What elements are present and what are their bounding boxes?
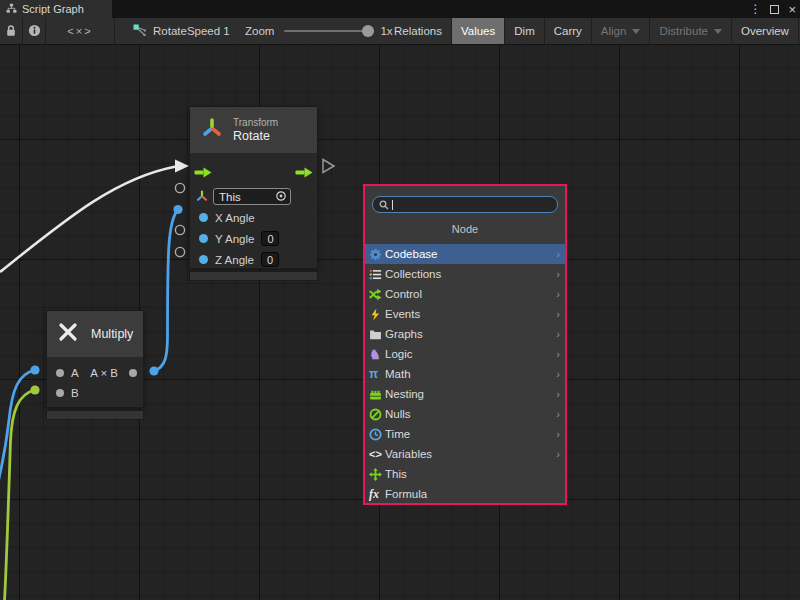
menu-item-collections[interactable]: Collections› [365, 264, 565, 284]
script-graph-icon [6, 3, 17, 16]
port-a[interactable] [56, 369, 64, 377]
menu-item-label: Logic [385, 348, 556, 360]
menu-item-label: Variables [385, 448, 556, 460]
menu-item-codebase[interactable]: Codebase› [365, 244, 565, 264]
toolbar-button-align: Align [592, 18, 651, 44]
zoom-slider-handle[interactable] [362, 25, 374, 37]
menu-item-events[interactable]: Events› [365, 304, 565, 324]
menu-item-time[interactable]: Time› [365, 424, 565, 444]
tab-script-graph[interactable]: Script Graph [0, 0, 112, 18]
menu-item-nesting[interactable]: Nesting› [365, 384, 565, 404]
folder-icon [369, 328, 385, 341]
a-label: A [71, 367, 79, 379]
unconnected-port-yangle[interactable] [175, 225, 184, 234]
toolbar-button-relations[interactable]: Relations [385, 18, 452, 44]
object-picker-icon[interactable] [275, 190, 287, 204]
multiply-a-row: A A × B [47, 363, 143, 383]
multiply-node-header[interactable]: Multiply [47, 311, 143, 357]
shuffle-icon [369, 288, 385, 301]
fx-icon: fx [369, 488, 385, 501]
list-icon [369, 268, 385, 281]
port-result[interactable] [129, 369, 137, 377]
unity-visual-scripting-window: Script Graph ⋮ × [0, 0, 800, 600]
wire-end-a[interactable] [30, 365, 39, 374]
menu-item-graphs[interactable]: Graphs› [365, 324, 565, 344]
menu-item-math[interactable]: πMath› [365, 364, 565, 384]
dropdown-arrow-icon [632, 29, 640, 34]
toolbar-button-carry[interactable]: Carry [545, 18, 592, 44]
chevron-right-icon: › [556, 348, 560, 360]
toolbar-button-label: Relations [394, 25, 442, 37]
unconnected-port-this[interactable] [175, 183, 184, 192]
z-angle-row: Z Angle 0 [190, 249, 317, 270]
rotate-node-header[interactable]: Transform Rotate [190, 107, 317, 153]
dropdown-arrow-icon [714, 29, 722, 34]
flow-output-arrow[interactable] [295, 164, 313, 182]
result-label: A × B [86, 367, 122, 379]
lock-button[interactable] [0, 18, 23, 44]
menu-item-variables[interactable]: <>Variables› [365, 444, 565, 464]
this-port-row: This [190, 186, 317, 207]
info-button[interactable] [23, 18, 46, 44]
search-field[interactable] [372, 196, 558, 213]
toolbar-button-label: Carry [554, 25, 582, 37]
graph-canvas[interactable]: Transform Rotate [0, 45, 800, 600]
menu-item-label: Formula [385, 488, 560, 500]
node-picker-popup: Node Codebase›Collections›Control›Events… [363, 184, 567, 505]
toolbar-button-overview[interactable]: Overview [732, 18, 799, 44]
menu-item-logic[interactable]: ♞Logic› [365, 344, 565, 364]
node-multiply[interactable]: Multiply A A × B B [46, 310, 144, 408]
menu-item-formula[interactable]: fxFormula [365, 484, 565, 504]
y-angle-input[interactable]: 0 [261, 231, 279, 246]
rotate-node-category: Transform [233, 117, 278, 129]
pi-icon: π [369, 368, 385, 381]
port-y-angle[interactable] [199, 234, 208, 243]
brackets-icon: <> [369, 448, 385, 461]
menu-item-label: Control [385, 288, 556, 300]
flow-output-triangle[interactable] [323, 160, 334, 173]
toolbar-button-label: Align [601, 25, 627, 37]
lightning-icon [369, 308, 385, 321]
breadcrumb[interactable]: RotateSpeed 1 [133, 18, 230, 44]
knight-icon: ♞ [369, 348, 385, 361]
zoom-slider[interactable] [284, 30, 374, 32]
chevron-right-icon: › [556, 408, 560, 420]
wire-end-b[interactable] [30, 385, 39, 394]
window-menu-icon[interactable]: ⋮ [749, 3, 761, 15]
toolbar-button-dim[interactable]: Dim [505, 18, 544, 44]
flow-row [190, 160, 317, 186]
wire-end-xangle[interactable] [173, 205, 182, 214]
node-transform-rotate[interactable]: Transform Rotate [189, 106, 318, 269]
z-angle-input[interactable]: 0 [261, 252, 279, 267]
maximize-icon[interactable] [770, 5, 779, 14]
code-toggle-button[interactable]: <×> [46, 18, 115, 44]
clock-icon [369, 428, 385, 441]
node-search-input[interactable] [396, 198, 551, 211]
z-angle-label: Z Angle [215, 254, 254, 266]
unconnected-port-zangle[interactable] [175, 247, 184, 256]
menu-item-label: Nesting [385, 388, 556, 400]
popup-header: Node [365, 223, 565, 238]
this-object-field[interactable]: This [213, 188, 291, 205]
menu-item-label: Nulls [385, 408, 556, 420]
flow-input-arrow[interactable] [194, 164, 212, 182]
menu-item-control[interactable]: Control› [365, 284, 565, 304]
toolbar-button-values[interactable]: Values [452, 18, 505, 44]
x-angle-label: X Angle [215, 212, 255, 224]
close-icon[interactable]: × [788, 3, 796, 16]
this-field-value: This [219, 191, 241, 203]
tab-label: Script Graph [22, 3, 84, 15]
menu-item-nulls[interactable]: Nulls› [365, 404, 565, 424]
null-icon [369, 408, 385, 421]
transform-axes-icon [200, 116, 224, 144]
zoom-label: Zoom [245, 25, 274, 37]
chevron-right-icon: › [556, 288, 560, 300]
wire-end-result[interactable] [149, 366, 158, 375]
menu-item-label: This [385, 468, 560, 480]
gear-icon [369, 248, 385, 261]
port-z-angle[interactable] [199, 255, 208, 264]
menu-item-this[interactable]: This [365, 464, 565, 484]
lock-icon [5, 24, 17, 39]
port-b[interactable] [56, 389, 64, 397]
port-x-angle[interactable] [199, 213, 208, 222]
